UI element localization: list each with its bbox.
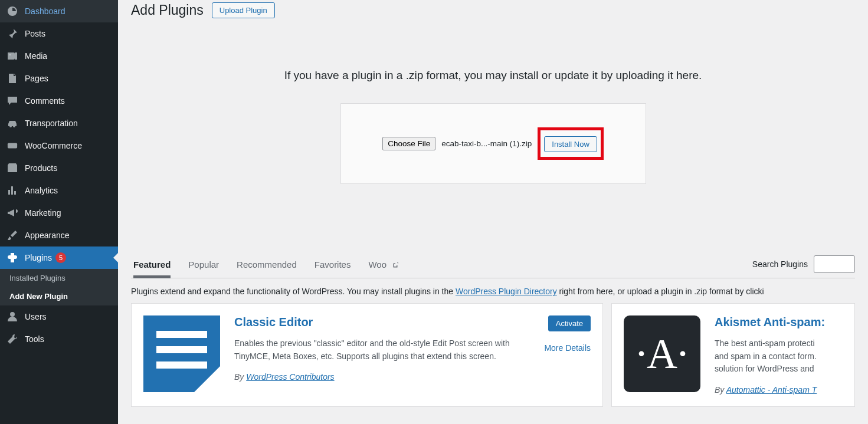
akismet-icon: ·A· — [624, 315, 700, 392]
tab-favorites[interactable]: Favorites — [315, 254, 351, 278]
tools-icon — [6, 333, 19, 345]
plugin-directory-link[interactable]: WordPress Plugin Directory — [456, 287, 557, 296]
page-header: Add Plugins Upload Plugin — [131, 2, 855, 18]
sidebar-label: Appearance — [25, 231, 70, 240]
sidebar-item-analytics[interactable]: Analytics — [0, 179, 118, 202]
tab-woo-label: Woo — [368, 259, 386, 269]
sidebar-label: Comments — [25, 96, 65, 106]
sidebar-label: Posts — [25, 29, 45, 38]
media-icon — [6, 50, 19, 62]
sidebar-item-tools[interactable]: Tools — [0, 328, 118, 350]
sidebar-item-marketing[interactable]: Marketing — [0, 202, 118, 224]
sidebar-label: Analytics — [25, 186, 58, 195]
svg-point-0 — [9, 54, 11, 55]
upload-info-text: If you have a plugin in a .zip format, y… — [131, 69, 855, 82]
plugin-icon — [6, 252, 19, 264]
dashboard-icon — [6, 5, 19, 17]
tab-featured[interactable]: Featured — [133, 254, 171, 278]
upload-form: Choose File ecab-taxi-b...-main (1).zip … — [340, 103, 646, 184]
users-icon — [6, 311, 19, 323]
plugin-cards: Classic Editor Enables the previous "cla… — [131, 303, 855, 407]
plugin-author: By Automattic - Anti-spam T — [715, 385, 843, 395]
sidebar-item-users[interactable]: Users — [0, 305, 118, 328]
activate-button[interactable]: Activate — [548, 315, 591, 331]
woo-icon — [6, 140, 19, 152]
sidebar-item-posts[interactable]: Posts — [0, 22, 118, 45]
tab-woo[interactable]: Woo — [368, 254, 399, 278]
desc-line: and spam in a contact form. — [715, 351, 817, 361]
analytics-icon — [6, 185, 19, 196]
plugin-author-link[interactable]: WordPress Contributors — [246, 372, 334, 382]
classic-editor-icon — [143, 315, 220, 392]
filter-bar: Featured Popular Recommended Favorites W… — [131, 246, 855, 278]
tab-recommended[interactable]: Recommended — [237, 254, 297, 278]
sidebar-item-comments[interactable]: Comments — [0, 90, 118, 112]
sidebar-label: Marketing — [25, 208, 61, 218]
pages-icon — [6, 73, 19, 84]
sidebar-item-media[interactable]: Media — [0, 45, 118, 67]
sidebar-label: Products — [25, 163, 57, 173]
sidebar-item-appearance[interactable]: Appearance — [0, 224, 118, 246]
desc-suffix: right from here, or upload a plugin in .… — [557, 287, 764, 296]
sidebar-label: Media — [25, 51, 47, 61]
plugin-author: By WordPress Contributors — [234, 372, 530, 382]
sidebar-label: WooCommerce — [25, 141, 82, 150]
plugin-card-akismet: ·A· Akismet Anti-spam: The best anti-spa… — [611, 303, 855, 407]
car-icon — [6, 117, 19, 129]
plugin-title-link[interactable]: Classic Editor — [234, 315, 313, 328]
plugin-author-link[interactable]: Automattic - Anti-spam T — [726, 385, 817, 395]
author-prefix: By — [234, 372, 246, 382]
sidebar-label: Pages — [25, 74, 48, 83]
search-label: Search Plugins — [752, 259, 808, 269]
sidebar-item-woocommerce[interactable]: WooCommerce — [0, 134, 118, 157]
filter-tabs: Featured Popular Recommended Favorites W… — [131, 254, 402, 278]
sidebar-label: Users — [25, 312, 47, 321]
sidebar-label: Plugins — [25, 253, 52, 262]
desc-line: solution for WordPress and — [715, 364, 814, 373]
plugin-description: The best anti-spam protecti and spam in … — [715, 337, 843, 376]
plugins-submenu: Installed Plugins Add New Plugin — [0, 269, 118, 305]
selected-file-name: ecab-taxi-b...-main (1).zip — [441, 139, 532, 148]
comments-icon — [6, 95, 19, 107]
search-area: Search Plugins — [752, 255, 855, 278]
plugins-description: Plugins extend and expand the functional… — [131, 287, 855, 296]
external-link-icon — [391, 261, 399, 269]
install-highlight-annotation: Install Now — [538, 127, 604, 160]
pin-icon — [6, 28, 19, 40]
plugin-description: Enables the previous "classic" editor an… — [234, 337, 530, 363]
plugin-body: Akismet Anti-spam: The best anti-spam pr… — [715, 315, 843, 395]
plugin-title-link[interactable]: Akismet Anti-spam: — [715, 315, 825, 328]
desc-prefix: Plugins extend and expand the functional… — [131, 287, 456, 296]
brush-icon — [6, 229, 19, 241]
submenu-installed-plugins[interactable]: Installed Plugins — [0, 269, 118, 287]
megaphone-icon — [6, 207, 19, 219]
more-details-link[interactable]: More Details — [544, 343, 591, 353]
search-plugins-input[interactable] — [814, 255, 855, 273]
plugins-badge: 5 — [55, 252, 66, 263]
page-title: Add Plugins — [131, 2, 204, 18]
sidebar-label: Tools — [25, 334, 44, 344]
svg-rect-1 — [8, 143, 17, 149]
main-content: Add Plugins Upload Plugin If you have a … — [118, 0, 868, 424]
sidebar-item-dashboard[interactable]: Dashboard — [0, 0, 118, 22]
sidebar-item-products[interactable]: Products — [0, 157, 118, 179]
sidebar-label: Transportation — [25, 119, 78, 128]
tab-popular[interactable]: Popular — [188, 254, 219, 278]
submenu-add-new-plugin[interactable]: Add New Plugin — [0, 287, 118, 305]
plugin-actions: Activate More Details — [544, 315, 591, 395]
choose-file-button[interactable]: Choose File — [382, 137, 435, 150]
sidebar-item-pages[interactable]: Pages — [0, 67, 118, 90]
sidebar-item-plugins[interactable]: Plugins 5 — [0, 246, 118, 269]
sidebar-item-transportation[interactable]: Transportation — [0, 112, 118, 134]
admin-sidebar: Dashboard Posts Media Pages Comments Tra… — [0, 0, 118, 424]
install-now-button[interactable]: Install Now — [544, 136, 597, 152]
svg-point-2 — [10, 312, 15, 317]
products-icon — [6, 162, 19, 174]
upload-plugin-button[interactable]: Upload Plugin — [212, 2, 275, 18]
plugin-card-classic-editor: Classic Editor Enables the previous "cla… — [131, 303, 603, 407]
plugin-body: Classic Editor Enables the previous "cla… — [234, 315, 530, 395]
author-prefix: By — [715, 385, 726, 395]
desc-line: The best anti-spam protecti — [715, 338, 815, 348]
sidebar-label: Dashboard — [25, 6, 65, 16]
